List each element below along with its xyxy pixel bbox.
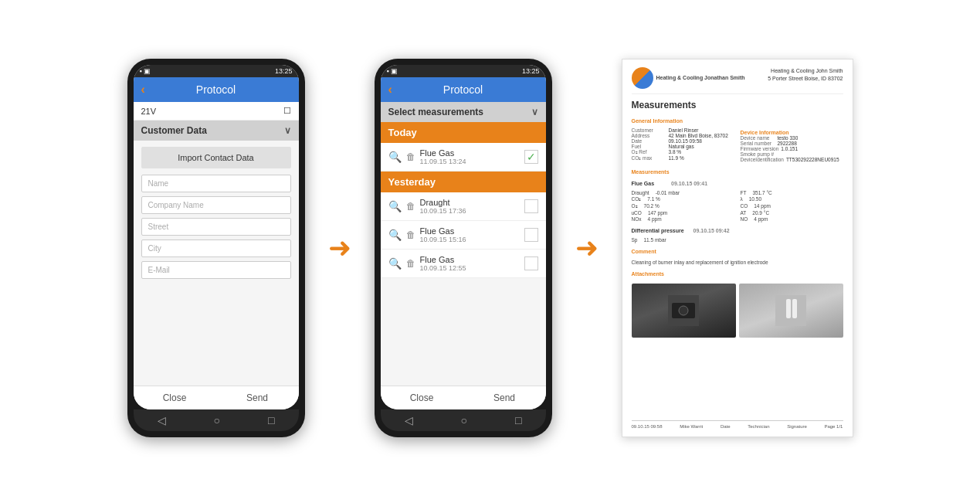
sp-val: 11.5 mbar [643,237,666,243]
phone-1-screen: ▪ ▣ 13:25 ‹ Protocol 21V ☐ Customer Data… [134,65,299,409]
trash-icon-3[interactable]: 🗑 [406,258,415,269]
flue-gas-datetime: 09.10.15 09:41 [671,181,707,186]
top-item-checkbox[interactable]: ☐ [283,106,291,116]
bottom-bar-1: Close Send [134,386,299,409]
trash-icon-0[interactable]: 🗑 [406,151,415,162]
o2ref-key: O₂ Ref [632,149,666,155]
logo-icon [632,67,653,89]
doc-icon-1: 🔍 [388,200,402,212]
footer-sig-label: Signature [787,424,807,429]
meas-title-3: Flue Gas [420,255,520,264]
company-name: Heating & Cooling John Smith [768,67,843,75]
at-val: 20.9 °C [752,210,769,216]
meas-check-2[interactable] [524,228,538,242]
today-section: Today [381,122,546,143]
nav-home-2[interactable]: ○ [461,414,467,426]
back-button-1[interactable]: ‹ [141,83,145,97]
select-measurements-section[interactable]: Select measurements ∨ [381,102,546,122]
report-title: Measurements [632,100,843,110]
fw-row: Firmware version 1.0.151 [741,146,843,151]
phone-2-screen: ▪ ▣ 13:25 ‹ Protocol Select measurements… [381,65,546,409]
meas-check-0[interactable]: ✓ [524,150,538,164]
today-label: Today [388,127,417,138]
nav-home-1[interactable]: ○ [214,414,220,426]
app-header-1: ‹ Protocol [134,77,299,102]
uco-key: uCO [632,210,642,216]
meas-text-0: Flue Gas 11.09.15 13:24 [420,148,520,165]
photo-2-visual [775,295,806,326]
trash-icon-1[interactable]: 🗑 [406,201,415,212]
send-button-2[interactable]: Send [463,391,546,405]
fuel-row: Fuel Natural gas [632,144,734,149]
no-key: NO [741,216,748,222]
import-contact-button[interactable]: Import Contact Data [141,147,291,168]
serial-val: 2922288 [778,141,797,146]
arrow-2: ➜ [575,232,599,264]
back-button-2[interactable]: ‹ [388,83,392,97]
nox-key: NOx [632,216,642,222]
gen-right: Device Information Device name testo 330… [741,127,843,162]
trash-icon-2[interactable]: 🗑 [406,229,415,240]
footer-date: 09.10.15 09:58 [632,424,663,429]
app-header-2: ‹ Protocol [381,77,546,102]
logo-text: Heating & Cooling Jonathan Smith [656,74,745,81]
ft-row: FT351.7 °C [741,190,843,195]
no-val: 4 ppm [754,216,768,222]
o2-key: O₂ [632,203,638,209]
email-field[interactable]: E-Mail [141,261,291,279]
send-button-1[interactable]: Send [216,391,299,405]
report-document: Heating & Cooling Jonathan Smith Heating… [622,59,853,437]
company-field[interactable]: Company Name [141,196,291,214]
footer-page-label: Page 1/1 [824,424,843,429]
meas-check-1[interactable] [524,199,538,213]
nav-square-2[interactable]: □ [515,414,521,426]
smoke-pump-row: Smoke pump # [741,151,843,157]
measurement-item-2[interactable]: 🔍 🗑 Flue Gas 10.09.15 15:16 [381,221,546,250]
draught-key: Draught [632,190,649,195]
meas-text-2: Flue Gas 10.09.15 15:16 [420,226,520,243]
meas-text-3: Flue Gas 10.09.15 12:55 [420,255,520,272]
footer-date-label: Date [721,424,731,429]
meas-check-3[interactable] [524,256,538,270]
meas-title-0: Flue Gas [420,148,520,158]
comment-text: Cleaning of burner inlay and replacement… [632,260,843,265]
svg-rect-4 [786,299,791,318]
arrow-1: ➜ [328,232,351,264]
gen-left: Customer Daniel Rinser Address 42 Main B… [632,127,734,162]
nav-back-1[interactable]: ◁ [158,414,166,426]
measurement-item-0[interactable]: 🔍 🗑 Flue Gas 11.09.15 13:24 ✓ [381,143,546,172]
yesterday-section: Yesterday [381,172,546,192]
meas-text-1: Draught 10.09.15 17:36 [420,198,520,215]
no-row: NO4 ppm [741,216,843,222]
close-button-1[interactable]: Close [134,391,216,405]
address-key: Address [632,133,666,138]
measurement-item-1[interactable]: 🔍 🗑 Draught 10.09.15 17:36 [381,192,546,221]
device-name-row: Device name testo 330 [741,135,843,141]
customer-data-label: Customer Data [141,125,207,136]
report-company: Heating & Cooling John Smith 5 Porter St… [768,67,843,83]
nav-back-2[interactable]: ◁ [405,414,413,426]
meas-date-0: 11.09.15 13:24 [420,158,520,165]
street-field[interactable]: Street [141,218,291,236]
co-key: CO [741,203,748,209]
o2-val: 70.2 % [644,203,660,209]
date-row: Date 09.10.15 09:58 [632,138,734,144]
general-info-grid: Customer Daniel Rinser Address 42 Main B… [632,127,843,162]
photo-1 [632,284,736,338]
close-button-2[interactable]: Close [381,391,463,405]
customer-key: Customer [632,127,666,133]
nav-square-1[interactable]: □ [268,414,274,426]
fw-val: 1.0.151 [781,146,798,151]
name-field[interactable]: Name [141,175,291,192]
measurement-item-3[interactable]: 🔍 🗑 Flue Gas 10.09.15 12:55 [381,250,546,278]
smoke-pump-key: Smoke pump # [741,151,775,157]
fuel-val: Natural gas [669,144,694,149]
co2max-row: CO₂ max 11.9 % [632,155,734,161]
lambda-row: λ10.50 [741,196,843,202]
photo-2 [739,284,843,338]
phone-2: ▪ ▣ 13:25 ‹ Protocol Select measurements… [375,59,552,437]
customer-data-section[interactable]: Customer Data ∨ [134,121,299,141]
svg-rect-5 [792,299,797,318]
city-field[interactable]: City [141,240,291,257]
co2max-val: 11.9 % [669,155,684,161]
